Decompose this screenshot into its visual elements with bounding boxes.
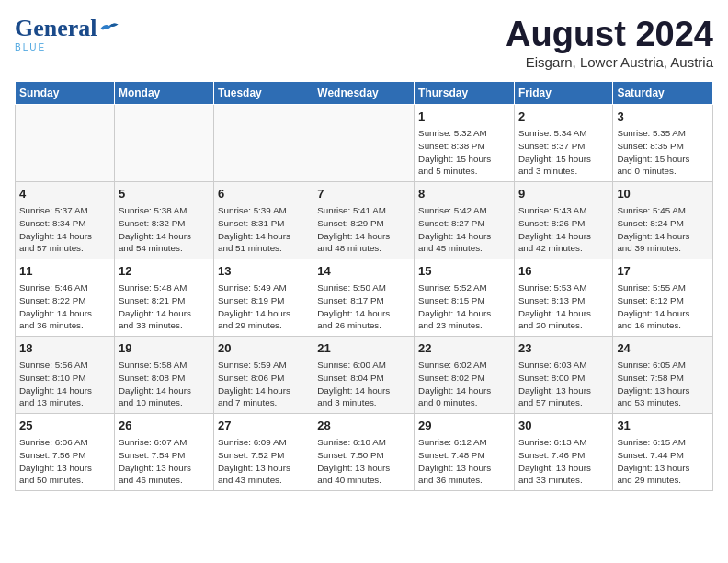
title-block: August 2024 Eisgarn, Lower Austria, Aust… (506, 15, 713, 70)
day-info: Sunrise: 5:32 AM Sunset: 8:38 PM Dayligh… (418, 127, 510, 178)
week-row-5: 25Sunrise: 6:06 AM Sunset: 7:56 PM Dayli… (16, 414, 713, 491)
day-info: Sunrise: 6:12 AM Sunset: 7:48 PM Dayligh… (418, 436, 510, 487)
calendar-cell: 27Sunrise: 6:09 AM Sunset: 7:52 PM Dayli… (213, 414, 313, 491)
week-row-4: 18Sunrise: 5:56 AM Sunset: 8:10 PM Dayli… (16, 337, 713, 414)
calendar-cell: 16Sunrise: 5:53 AM Sunset: 8:13 PM Dayli… (514, 259, 612, 337)
month-title: August 2024 (506, 15, 713, 54)
calendar-cell: 3Sunrise: 5:35 AM Sunset: 8:35 PM Daylig… (613, 105, 713, 182)
calendar-cell: 22Sunrise: 6:02 AM Sunset: 8:02 PM Dayli… (415, 337, 515, 414)
calendar-cell: 12Sunrise: 5:48 AM Sunset: 8:21 PM Dayli… (114, 259, 213, 337)
weekday-header-row: SundayMondayTuesdayWednesdayThursdayFrid… (16, 82, 713, 105)
calendar-cell: 5Sunrise: 5:38 AM Sunset: 8:32 PM Daylig… (114, 182, 213, 259)
calendar-cell (16, 105, 115, 182)
day-number: 26 (119, 418, 210, 434)
calendar-cell: 28Sunrise: 6:10 AM Sunset: 7:50 PM Dayli… (313, 414, 415, 491)
day-info: Sunrise: 5:52 AM Sunset: 8:15 PM Dayligh… (418, 282, 510, 332)
calendar-cell: 31Sunrise: 6:15 AM Sunset: 7:44 PM Dayli… (613, 414, 713, 491)
day-info: Sunrise: 5:43 AM Sunset: 8:26 PM Dayligh… (518, 204, 609, 255)
day-info: Sunrise: 6:00 AM Sunset: 8:04 PM Dayligh… (317, 359, 410, 409)
day-number: 25 (19, 418, 110, 434)
day-info: Sunrise: 5:58 AM Sunset: 8:08 PM Dayligh… (119, 359, 210, 409)
day-info: Sunrise: 5:45 AM Sunset: 8:24 PM Dayligh… (617, 204, 709, 255)
calendar-cell: 11Sunrise: 5:46 AM Sunset: 8:22 PM Dayli… (16, 259, 115, 337)
day-number: 10 (617, 186, 709, 202)
calendar-cell: 18Sunrise: 5:56 AM Sunset: 8:10 PM Dayli… (16, 337, 115, 414)
calendar-cell: 7Sunrise: 5:41 AM Sunset: 8:29 PM Daylig… (313, 182, 415, 259)
day-info: Sunrise: 5:41 AM Sunset: 8:29 PM Dayligh… (317, 204, 410, 255)
day-number: 14 (317, 263, 410, 280)
day-number: 29 (418, 418, 510, 434)
day-info: Sunrise: 6:02 AM Sunset: 8:02 PM Dayligh… (418, 359, 510, 409)
day-number: 6 (218, 186, 309, 202)
calendar-cell: 19Sunrise: 5:58 AM Sunset: 8:08 PM Dayli… (114, 337, 213, 414)
calendar-cell: 20Sunrise: 5:59 AM Sunset: 8:06 PM Dayli… (213, 337, 313, 414)
day-number: 28 (317, 418, 410, 434)
calendar-cell: 13Sunrise: 5:49 AM Sunset: 8:19 PM Dayli… (213, 259, 313, 337)
logo: General BLUE (15, 15, 119, 52)
day-info: Sunrise: 6:05 AM Sunset: 7:58 PM Dayligh… (617, 359, 709, 409)
calendar-cell: 14Sunrise: 5:50 AM Sunset: 8:17 PM Dayli… (313, 259, 415, 337)
day-info: Sunrise: 6:09 AM Sunset: 7:52 PM Dayligh… (218, 436, 309, 487)
day-info: Sunrise: 5:55 AM Sunset: 8:12 PM Dayligh… (617, 282, 709, 332)
day-number: 1 (418, 109, 510, 125)
day-number: 2 (518, 109, 609, 125)
calendar-cell: 17Sunrise: 5:55 AM Sunset: 8:12 PM Dayli… (613, 259, 713, 337)
day-info: Sunrise: 6:15 AM Sunset: 7:44 PM Dayligh… (617, 436, 709, 487)
weekday-header-saturday: Saturday (613, 82, 713, 105)
day-number: 16 (518, 263, 609, 280)
calendar-cell (114, 105, 213, 182)
calendar-cell: 15Sunrise: 5:52 AM Sunset: 8:15 PM Dayli… (415, 259, 515, 337)
calendar-cell: 24Sunrise: 6:05 AM Sunset: 7:58 PM Dayli… (613, 337, 713, 414)
day-info: Sunrise: 6:07 AM Sunset: 7:54 PM Dayligh… (119, 436, 210, 487)
day-number: 31 (617, 418, 709, 434)
weekday-header-tuesday: Tuesday (213, 82, 313, 105)
weekday-header-thursday: Thursday (415, 82, 515, 105)
calendar-cell: 1Sunrise: 5:32 AM Sunset: 8:38 PM Daylig… (415, 105, 515, 182)
calendar-cell: 9Sunrise: 5:43 AM Sunset: 8:26 PM Daylig… (514, 182, 612, 259)
day-number: 4 (19, 186, 110, 202)
day-number: 30 (518, 418, 609, 434)
day-number: 18 (19, 340, 110, 357)
week-row-2: 4Sunrise: 5:37 AM Sunset: 8:34 PM Daylig… (16, 182, 713, 259)
day-number: 15 (418, 263, 510, 280)
day-info: Sunrise: 5:42 AM Sunset: 8:27 PM Dayligh… (418, 204, 510, 255)
calendar-table: SundayMondayTuesdayWednesdayThursdayFrid… (15, 81, 713, 491)
calendar-cell: 23Sunrise: 6:03 AM Sunset: 8:00 PM Dayli… (514, 337, 612, 414)
day-info: Sunrise: 5:50 AM Sunset: 8:17 PM Dayligh… (317, 282, 410, 332)
day-number: 19 (119, 340, 210, 357)
day-info: Sunrise: 5:56 AM Sunset: 8:10 PM Dayligh… (19, 359, 110, 409)
logo-general-text: General (15, 15, 97, 42)
calendar-cell: 26Sunrise: 6:07 AM Sunset: 7:54 PM Dayli… (114, 414, 213, 491)
day-info: Sunrise: 5:35 AM Sunset: 8:35 PM Dayligh… (617, 127, 709, 178)
page-header: General BLUE August 2024 Eisgarn, Lower … (15, 15, 713, 70)
day-number: 5 (119, 186, 210, 202)
day-info: Sunrise: 5:49 AM Sunset: 8:19 PM Dayligh… (218, 282, 309, 332)
day-number: 8 (418, 186, 510, 202)
day-number: 23 (518, 340, 609, 357)
day-number: 22 (418, 340, 510, 357)
day-number: 7 (317, 186, 410, 202)
calendar-cell: 10Sunrise: 5:45 AM Sunset: 8:24 PM Dayli… (613, 182, 713, 259)
day-info: Sunrise: 5:38 AM Sunset: 8:32 PM Dayligh… (119, 204, 210, 255)
calendar-cell: 6Sunrise: 5:39 AM Sunset: 8:31 PM Daylig… (213, 182, 313, 259)
day-number: 17 (617, 263, 709, 280)
calendar-cell (213, 105, 313, 182)
logo-bird-icon (99, 20, 119, 37)
day-number: 9 (518, 186, 609, 202)
calendar-cell: 21Sunrise: 6:00 AM Sunset: 8:04 PM Dayli… (313, 337, 415, 414)
weekday-header-sunday: Sunday (16, 82, 115, 105)
day-info: Sunrise: 6:03 AM Sunset: 8:00 PM Dayligh… (518, 359, 609, 409)
week-row-3: 11Sunrise: 5:46 AM Sunset: 8:22 PM Dayli… (16, 259, 713, 337)
logo-tagline: BLUE (15, 42, 46, 52)
day-number: 27 (218, 418, 309, 434)
day-number: 12 (119, 263, 210, 280)
day-number: 24 (617, 340, 709, 357)
day-number: 13 (218, 263, 309, 280)
weekday-header-monday: Monday (114, 82, 213, 105)
day-number: 21 (317, 340, 410, 357)
day-number: 11 (19, 263, 110, 280)
calendar-cell: 30Sunrise: 6:13 AM Sunset: 7:46 PM Dayli… (514, 414, 612, 491)
day-number: 3 (617, 109, 709, 125)
day-info: Sunrise: 6:13 AM Sunset: 7:46 PM Dayligh… (518, 436, 609, 487)
day-info: Sunrise: 6:06 AM Sunset: 7:56 PM Dayligh… (19, 436, 110, 487)
